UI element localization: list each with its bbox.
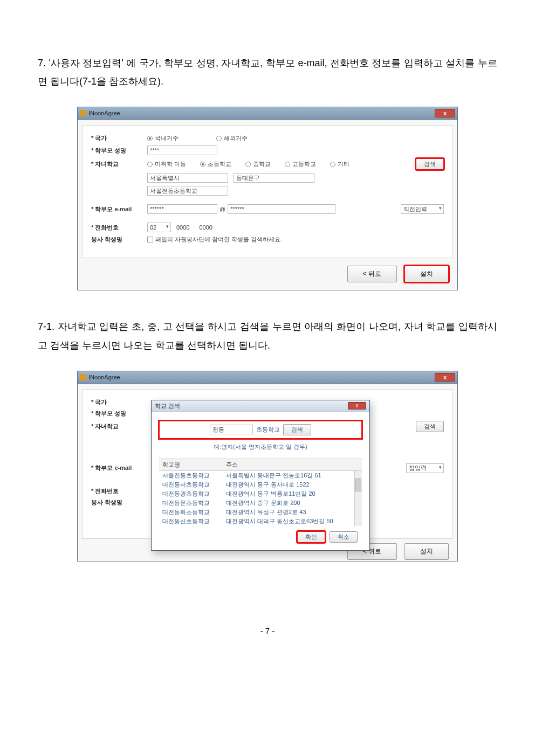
popup-level-label: 초등학교 <box>256 426 280 434</box>
email-local-input[interactable]: ****** <box>147 204 217 214</box>
email-domain-select2[interactable]: 접입력 <box>406 463 444 473</box>
result-address: 대전광역시 대덕구 동산초교로63번길 50 <box>223 517 362 526</box>
dialog1-titlebar: INoonAgree x <box>77 107 458 120</box>
col-school-name: 학교명 <box>159 459 223 470</box>
label-country2: * 국가 <box>91 398 147 406</box>
step7-instruction: 7. '사용자 정보입력' 에 국가, 학부모 성명, 자녀학교, 학부모 e-… <box>38 54 497 91</box>
phone-area-select[interactable]: 02 <box>147 223 171 232</box>
radio-elementary[interactable]: 초등학교 <box>200 160 231 168</box>
install-button2[interactable]: 설치 <box>404 543 449 560</box>
label-phone: * 전화번호 <box>91 224 147 232</box>
result-address: 대전광역시 동구 동서대로 1522 <box>223 480 362 489</box>
label-child-school: * 자녀학교 <box>91 160 147 168</box>
school-search-button2[interactable]: 검색 <box>416 421 444 432</box>
app-icon <box>80 374 86 380</box>
dialog2-titlebar: INoonAgree x <box>77 371 458 384</box>
label-volunteer: 봉사 학생명 <box>91 235 147 244</box>
label-parent-email: * 학부모 e-mail <box>91 205 147 213</box>
popup-hint: 예:명지(서울 명지초등학교 일 경우) <box>159 443 362 451</box>
radio-etc[interactable]: 기타 <box>330 160 349 168</box>
email-domain-select[interactable]: 직접입력 <box>401 204 444 214</box>
result-school-name: 대전동문초등학교 <box>159 498 223 508</box>
popup-search-button[interactable]: 검색 <box>283 424 311 435</box>
close-icon[interactable]: x <box>435 373 455 382</box>
label-child-school2: * 자녀학교 <box>91 422 147 431</box>
label-volunteer2: 봉사 학생명 <box>91 498 147 507</box>
result-row[interactable]: 서울전동초등학교서울특별시 동대문구 전농로16길 61 <box>159 471 362 480</box>
dialog1: INoonAgree x * 국가 국내거주 해외거주 * 학부모 성명 ***… <box>77 107 458 290</box>
result-row[interactable]: 대전동서초등학교대전광역시 동구 동서대로 1522 <box>159 480 362 489</box>
volunteer-hint: 패밀리 자원봉사단에 참여한 학생을 검색하세요. <box>155 235 282 244</box>
email-domain-input[interactable]: ****** <box>228 204 335 214</box>
result-row[interactable]: 대전동문초등학교대전광역시 중구 문화로 200 <box>159 498 362 508</box>
school-search-button[interactable]: 검색 <box>416 158 444 170</box>
popup-search-input[interactable]: 전동 <box>210 425 253 434</box>
result-school-name: 대전동광초등학교 <box>159 489 223 498</box>
radio-domestic[interactable]: 국내거주 <box>147 134 179 142</box>
popup-cancel-button[interactable]: 취소 <box>330 531 358 543</box>
result-address: 대전광역시 유성구 관평2로 43 <box>223 508 362 517</box>
radio-high[interactable]: 고등학교 <box>285 160 316 168</box>
parent-name-input[interactable]: **** <box>147 145 217 155</box>
step7-number: 7. <box>38 58 46 68</box>
result-list[interactable]: 서울전동초등학교서울특별시 동대문구 전농로16길 61대전동서초등학교대전광역… <box>159 471 362 526</box>
popup-close-icon[interactable]: x <box>348 402 366 410</box>
dialog1-title: INoonAgree <box>88 110 120 116</box>
result-address: 대전광역시 동구 벽룡로11번길 20 <box>223 489 362 498</box>
radio-middle[interactable]: 중학교 <box>245 160 271 168</box>
email-at: @ <box>217 206 228 212</box>
dialog2-title: INoonAgree <box>88 374 120 380</box>
close-icon[interactable]: x <box>435 109 455 117</box>
label-country: * 국가 <box>91 134 147 142</box>
result-row[interactable]: 대전동화초등학교대전광역시 유성구 관평2로 43 <box>159 508 362 517</box>
result-address: 서울특별시 동대문구 전농로16길 61 <box>223 471 362 480</box>
label-parent-name: * 학부모 성명 <box>91 147 147 155</box>
back-button[interactable]: < 뒤로 <box>347 266 397 282</box>
result-school-name: 대전동화초등학교 <box>159 508 223 517</box>
popup-ok-button[interactable]: 확인 <box>297 531 325 543</box>
result-school-name: 서울전동초등학교 <box>159 471 223 480</box>
step71-text: 자녀학교 입력은 초, 중, 고 선택을 하시고 검색을 누르면 아래의 화면이… <box>38 321 497 350</box>
result-school-name: 대전동서초등학교 <box>159 480 223 489</box>
result-school-name: 대전동산초등학교 <box>159 517 223 526</box>
school-search-popup: 학교 검색 x 전동 초등학교 검색 예:명지(서울 명지초등학교 일 경우) … <box>151 400 370 551</box>
app-icon <box>80 110 86 116</box>
label-phone2: * 전화번호 <box>91 487 147 495</box>
region1-input[interactable]: 서울특별시 <box>147 173 228 183</box>
dialog2: INoonAgree x * 국가 * 학부모 성명 * 자녀학교 검색 * 학… <box>77 371 458 561</box>
result-address: 대전광역시 중구 문화로 200 <box>223 498 362 508</box>
step71-instruction: 7-1. 자녀학교 입력은 초, 중, 고 선택을 하시고 검색을 누르면 아래… <box>38 317 497 354</box>
scrollbar[interactable] <box>354 471 362 526</box>
install-button[interactable]: 설치 <box>404 266 449 282</box>
label-parent-email2: * 학부모 e-mail <box>91 464 147 472</box>
result-row[interactable]: 대전동산초등학교대전광역시 대덕구 동산초교로63번길 50 <box>159 517 362 526</box>
region2-input[interactable]: 동대문구 <box>234 173 314 183</box>
page-number: - 7 - <box>38 626 497 635</box>
radio-preschool[interactable]: 미취학 아동 <box>147 160 186 168</box>
step7-text: '사용자 정보입력' 에 국가, 학부모 성명, 자녀학교, 학부모 e-mai… <box>38 58 497 87</box>
radio-overseas[interactable]: 해외거주 <box>216 134 248 142</box>
label-parent-name2: * 학부모 성명 <box>91 410 147 418</box>
col-address: 주소 <box>223 459 362 470</box>
result-header: 학교명 주소 <box>159 459 362 471</box>
phone-last: 0000 <box>199 224 212 231</box>
popup-titlebar: 학교 검색 x <box>152 400 369 412</box>
volunteer-checkbox[interactable] <box>147 237 153 242</box>
step71-number: 7-1. <box>38 321 54 332</box>
popup-title-text: 학교 검색 <box>155 402 180 410</box>
school-name-input[interactable]: 서울전동초등학교 <box>147 186 228 196</box>
phone-mid: 0000 <box>176 224 189 231</box>
result-row[interactable]: 대전동광초등학교대전광역시 동구 벽룡로11번길 20 <box>159 489 362 498</box>
